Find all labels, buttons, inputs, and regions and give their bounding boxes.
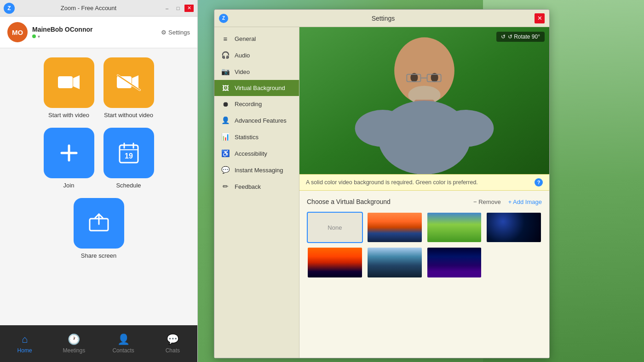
thumb-golden-gate[interactable] xyxy=(367,212,423,243)
bottom-nav: ⌂ Home 🕐 Meetings 👤 Contacts 💬 Chats xyxy=(0,325,197,362)
svg-marker-1 xyxy=(73,75,80,89)
stage-preview xyxy=(427,248,482,277)
sidebar-item-general[interactable]: ≡ General xyxy=(214,31,299,47)
video-icon: 📷 xyxy=(221,68,230,76)
sidebar-item-virtual-background[interactable]: 🖼 Virtual Background xyxy=(214,80,299,96)
gear-icon: ⚙ xyxy=(161,29,167,36)
recording-icon: ⏺ xyxy=(221,100,230,108)
audio-icon: 🎧 xyxy=(221,51,230,59)
grass-preview xyxy=(427,213,482,242)
rotate-button[interactable]: ↺ ↺ Rotate 90° xyxy=(496,32,545,42)
sidebar-item-instant-messaging[interactable]: 💬 Instant Messaging xyxy=(214,162,299,178)
start-with-video-button[interactable]: Start with video xyxy=(44,57,94,119)
advanced-features-label: Advanced Features xyxy=(235,117,287,124)
video-feed xyxy=(299,27,549,174)
rotate-label: ↺ Rotate 90° xyxy=(508,34,540,40)
sidebar-item-recording[interactable]: ⏺ Recording xyxy=(214,96,299,112)
settings-zoom-logo: Z xyxy=(219,14,228,23)
join-label: Join xyxy=(63,182,75,189)
user-avatar: MO xyxy=(7,22,28,42)
statistics-icon: 📊 xyxy=(221,133,230,141)
user-name: MaineBob OConnor xyxy=(32,26,156,33)
sidebar-item-accessibility[interactable]: ♿ Accessibility xyxy=(214,145,299,162)
settings-sidebar: ≡ General 🎧 Audio 📷 Video 🖼 Virtual Back… xyxy=(214,27,299,358)
recording-label: Recording xyxy=(235,101,262,107)
sidebar-item-audio[interactable]: 🎧 Audio xyxy=(214,47,299,63)
thumb-space[interactable] xyxy=(486,212,542,243)
zoom-main-window: Z Zoom - Free Account – □ ✕ MO MaineBob … xyxy=(0,0,198,362)
window-controls: – □ ✕ xyxy=(162,5,194,12)
settings-button[interactable]: ⚙ Settings xyxy=(161,29,190,36)
video-label: Video xyxy=(235,68,250,75)
settings-content: ↺ ↺ Rotate 90° A solid color video backg… xyxy=(299,27,549,358)
start-without-video-label: Start without video xyxy=(104,112,153,119)
virtual-background-label: Virtual Background xyxy=(235,85,285,91)
action-row-2: Join 19 Schedule xyxy=(44,128,154,189)
sidebar-item-video[interactable]: 📷 Video xyxy=(214,63,299,80)
warning-text: A solid color video background is requir… xyxy=(306,179,478,186)
nav-meetings-label: Meetings xyxy=(63,347,86,354)
zoom-actions: Start with video Start without video xyxy=(0,48,197,325)
join-button[interactable]: Join xyxy=(44,128,94,189)
schedule-label: Schedule xyxy=(116,182,141,189)
nav-chats-label: Chats xyxy=(166,347,180,354)
close-button[interactable]: ✕ xyxy=(184,5,194,12)
accessibility-icon: ♿ xyxy=(221,149,230,158)
thumbnail-grid-row2 xyxy=(307,247,542,278)
svg-rect-0 xyxy=(58,76,73,88)
minimize-button[interactable]: – xyxy=(162,5,172,12)
remove-button[interactable]: − Remove xyxy=(473,198,501,205)
nav-home-label: Home xyxy=(17,347,32,354)
nav-meetings[interactable]: 🕐 Meetings xyxy=(56,334,92,354)
sidebar-item-advanced-features[interactable]: 👤 Advanced Features xyxy=(214,112,299,129)
video-preview-inner xyxy=(299,27,549,174)
space-preview xyxy=(487,213,541,242)
share-screen-label: Share screen xyxy=(81,252,116,259)
user-info: MaineBob OConnor ▾ xyxy=(32,26,156,39)
thumb-grass[interactable] xyxy=(426,212,483,243)
settings-close-button[interactable]: ✕ xyxy=(535,13,545,23)
warning-bar: A solid color video background is requir… xyxy=(299,174,549,191)
settings-body: ≡ General 🎧 Audio 📷 Video 🖼 Virtual Back… xyxy=(214,27,549,358)
general-label: General xyxy=(235,35,256,42)
info-icon[interactable]: ? xyxy=(535,178,543,187)
zoom-window-title: Zoom - Free Account xyxy=(18,5,159,11)
start-with-video-icon xyxy=(44,57,94,108)
zoom-header: MO MaineBob OConnor ▾ ⚙ Settings xyxy=(0,17,197,48)
thumb-none[interactable]: None xyxy=(307,212,363,243)
instant-messaging-label: Instant Messaging xyxy=(235,167,283,174)
choose-vbg-label: Choose a Virtual Background xyxy=(307,198,391,205)
user-status: ▾ xyxy=(32,34,156,39)
maximize-button[interactable]: □ xyxy=(173,5,183,12)
sidebar-item-statistics[interactable]: 📊 Statistics xyxy=(214,129,299,145)
action-row-1: Start with video Start without video xyxy=(44,57,154,119)
nav-contacts[interactable]: 👤 Contacts xyxy=(105,334,142,354)
nav-contacts-label: Contacts xyxy=(112,347,134,354)
add-image-button[interactable]: + Add Image xyxy=(508,198,542,205)
share-screen-button[interactable]: Share screen xyxy=(74,198,124,259)
lake-preview xyxy=(368,248,422,277)
start-without-video-button[interactable]: Start without video xyxy=(104,57,154,119)
golden-gate-preview xyxy=(368,213,422,242)
status-dot xyxy=(32,34,36,38)
thumb-stage[interactable] xyxy=(426,247,483,278)
svg-point-27 xyxy=(438,110,494,147)
nav-home[interactable]: ⌂ Home xyxy=(6,334,43,354)
thumb-lake[interactable] xyxy=(367,247,423,278)
none-label: None xyxy=(328,224,342,231)
svg-point-26 xyxy=(355,110,411,147)
vbg-content: Choose a Virtual Background − Remove + A… xyxy=(299,191,549,358)
share-screen-icon xyxy=(74,198,124,249)
action-row-3: Share screen xyxy=(74,198,124,259)
sidebar-item-feedback[interactable]: ✏ Feedback xyxy=(214,178,299,195)
thumb-sunset[interactable] xyxy=(307,247,363,278)
start-with-video-label: Start with video xyxy=(48,112,89,119)
video-preview: ↺ ↺ Rotate 90° xyxy=(299,27,549,174)
zoom-titlebar: Z Zoom - Free Account – □ ✕ xyxy=(0,0,197,17)
nav-chats[interactable]: 💬 Chats xyxy=(154,334,191,354)
schedule-button[interactable]: 19 Schedule xyxy=(104,128,154,189)
status-arrow: ▾ xyxy=(38,34,40,39)
statistics-label: Statistics xyxy=(235,134,259,141)
thumbnail-grid-row1: None xyxy=(307,212,542,243)
settings-titlebar: Z Settings ✕ xyxy=(214,10,549,27)
